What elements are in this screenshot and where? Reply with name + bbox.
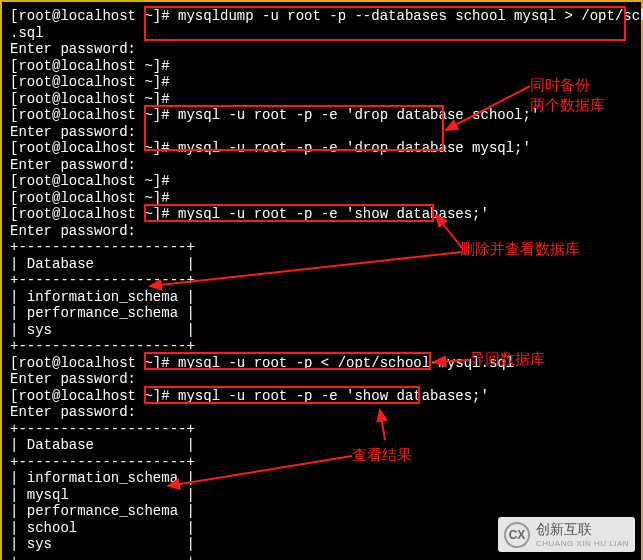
prompt: [root@localhost ~]# bbox=[10, 8, 170, 24]
terminal-text: Enter password: bbox=[10, 41, 136, 57]
terminal-text: mysql -u root -p -e 'drop database schoo… bbox=[170, 107, 540, 123]
terminal-line: [root@localhost ~]# mysqldump -u root -p… bbox=[10, 8, 633, 25]
terminal-text: | school | bbox=[10, 520, 195, 536]
terminal-line: Enter password: bbox=[10, 124, 633, 141]
prompt: [root@localhost ~]# bbox=[10, 91, 170, 107]
terminal-line: +--------------------+ bbox=[10, 553, 633, 561]
terminal-line: [root@localhost ~]# bbox=[10, 58, 633, 75]
terminal-text: +--------------------+ bbox=[10, 454, 195, 470]
terminal-text: | sys | bbox=[10, 322, 195, 338]
terminal-line: +--------------------+ bbox=[10, 272, 633, 289]
prompt: [root@localhost ~]# bbox=[10, 388, 170, 404]
terminal-line: +--------------------+ bbox=[10, 454, 633, 471]
terminal-text: | performance_schema | bbox=[10, 305, 195, 321]
terminal-line: Enter password: bbox=[10, 223, 633, 240]
terminal-line: +--------------------+ bbox=[10, 421, 633, 438]
terminal-text: +--------------------+ bbox=[10, 421, 195, 437]
terminal-line: | performance_schema | bbox=[10, 503, 633, 520]
terminal-text: +--------------------+ bbox=[10, 239, 195, 255]
terminal-text: +--------------------+ bbox=[10, 553, 195, 561]
terminal-text: | mysql | bbox=[10, 487, 195, 503]
terminal-line: [root@localhost ~]# bbox=[10, 74, 633, 91]
terminal-text: | performance_schema | bbox=[10, 503, 195, 519]
terminal-line: +--------------------+ bbox=[10, 338, 633, 355]
terminal-line: | Database | bbox=[10, 256, 633, 273]
terminal-text: .sql bbox=[10, 25, 44, 41]
terminal-line: | mysql | bbox=[10, 487, 633, 504]
terminal-text: mysqldump -u root -p --databases school … bbox=[170, 8, 643, 24]
prompt: [root@localhost ~]# bbox=[10, 173, 170, 189]
terminal-text: | Database | bbox=[10, 256, 195, 272]
terminal-line: Enter password: bbox=[10, 371, 633, 388]
terminal-text: Enter password: bbox=[10, 404, 136, 420]
prompt: [root@localhost ~]# bbox=[10, 74, 170, 90]
terminal-line: [root@localhost ~]# mysql -u root -p -e … bbox=[10, 140, 633, 157]
prompt: [root@localhost ~]# bbox=[10, 355, 170, 371]
prompt: [root@localhost ~]# bbox=[10, 140, 170, 156]
terminal-text: | information_schema | bbox=[10, 289, 195, 305]
terminal-text: Enter password: bbox=[10, 371, 136, 387]
terminal-text: mysql -u root -p -e 'show databases;' bbox=[170, 388, 489, 404]
terminal-line: | school | bbox=[10, 520, 633, 537]
prompt: [root@localhost ~]# bbox=[10, 58, 170, 74]
terminal-line: | information_schema | bbox=[10, 470, 633, 487]
terminal-line: .sql bbox=[10, 25, 633, 42]
terminal-line: [root@localhost ~]# bbox=[10, 173, 633, 190]
prompt: [root@localhost ~]# bbox=[10, 190, 170, 206]
terminal-line: [root@localhost ~]# mysql -u root -p < /… bbox=[10, 355, 633, 372]
terminal-line: | Database | bbox=[10, 437, 633, 454]
terminal-text: Enter password: bbox=[10, 124, 136, 140]
terminal-line: | sys | bbox=[10, 322, 633, 339]
terminal-window[interactable]: [root@localhost ~]# mysqldump -u root -p… bbox=[0, 0, 643, 560]
terminal-text: +--------------------+ bbox=[10, 272, 195, 288]
terminal-line: [root@localhost ~]# bbox=[10, 91, 633, 108]
terminal-text: mysql -u root -p -e 'show databases;' bbox=[170, 206, 489, 222]
terminal-line: Enter password: bbox=[10, 157, 633, 174]
terminal-line: | sys | bbox=[10, 536, 633, 553]
terminal-line: | performance_schema | bbox=[10, 305, 633, 322]
prompt: [root@localhost ~]# bbox=[10, 107, 170, 123]
prompt: [root@localhost ~]# bbox=[10, 206, 170, 222]
terminal-text: | Database | bbox=[10, 437, 195, 453]
terminal-line: Enter password: bbox=[10, 41, 633, 58]
terminal-line: [root@localhost ~]# mysql -u root -p -e … bbox=[10, 388, 633, 405]
terminal-line: [root@localhost ~]# mysql -u root -p -e … bbox=[10, 206, 633, 223]
terminal-line: Enter password: bbox=[10, 404, 633, 421]
terminal-line: +--------------------+ bbox=[10, 239, 633, 256]
terminal-text: mysql -u root -p -e 'drop database mysql… bbox=[170, 140, 531, 156]
terminal-text: | sys | bbox=[10, 536, 195, 552]
terminal-text: Enter password: bbox=[10, 223, 136, 239]
terminal-text: Enter password: bbox=[10, 157, 136, 173]
terminal-text: +--------------------+ bbox=[10, 338, 195, 354]
terminal-line: [root@localhost ~]# bbox=[10, 190, 633, 207]
terminal-line: | information_schema | bbox=[10, 289, 633, 306]
terminal-text: | information_schema | bbox=[10, 470, 195, 486]
terminal-text: mysql -u root -p < /opt/school-mysql.sql bbox=[170, 355, 514, 371]
terminal-line: [root@localhost ~]# mysql -u root -p -e … bbox=[10, 107, 633, 124]
